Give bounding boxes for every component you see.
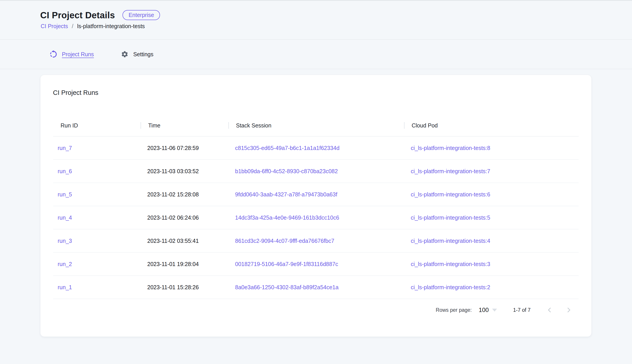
column-header-time: Time: [141, 122, 228, 129]
table-row: run_2 2023-11-01 19:28:04 00182719-5106-…: [53, 253, 579, 276]
run-id-link[interactable]: run_2: [53, 261, 141, 267]
run-time-value: 2023-11-06 07:28:59: [141, 145, 228, 151]
breadcrumb-link-ci-projects[interactable]: CI Projects: [41, 23, 68, 30]
card-title: CI Project Runs: [53, 89, 591, 96]
table-header-row: Run ID Time Stack Session Cloud Pod: [53, 115, 579, 136]
enterprise-badge: Enterprise: [122, 10, 160, 20]
chevron-left-icon: [546, 307, 553, 313]
run-time-value: 2023-11-02 06:24:06: [141, 214, 228, 221]
gear-icon: [121, 50, 128, 58]
rows-per-page-label: Rows per page:: [436, 307, 472, 313]
column-header-run-id: Run ID: [53, 122, 141, 129]
breadcrumb-current-page: ls-platform-integration-tests: [77, 23, 145, 30]
run-id-link[interactable]: run_7: [53, 145, 141, 151]
ci-project-runs-card: CI Project Runs Run ID Time Stack Sessio…: [40, 75, 591, 337]
table-row: run_1 2023-11-01 15:28:26 8a0e3a66-1250-…: [53, 276, 579, 299]
run-id-link[interactable]: run_5: [53, 191, 141, 198]
page-title: CI Project Details: [40, 10, 115, 20]
runs-table: Run ID Time Stack Session Cloud Pod run_…: [53, 115, 579, 299]
cloud-pod-link[interactable]: ci_ls-platform-integration-tests:5: [404, 214, 579, 221]
cloud-pod-link[interactable]: ci_ls-platform-integration-tests:3: [404, 261, 579, 267]
stack-session-link[interactable]: 14dc3f3a-425a-4e0e-9469-161b3dcc10c6: [228, 214, 404, 221]
column-header-stack-session: Stack Session: [228, 122, 404, 129]
run-time-value: 2023-11-03 03:03:52: [141, 168, 228, 174]
rows-per-page-select[interactable]: 100: [479, 307, 497, 314]
cloud-pod-link[interactable]: ci_ls-platform-integration-tests:6: [404, 191, 579, 198]
table-row: run_4 2023-11-02 06:24:06 14dc3f3a-425a-…: [53, 206, 579, 230]
history-icon: [50, 50, 57, 58]
pagination-range-label: 1-7 of 7: [513, 307, 531, 313]
tab-project-runs-label: Project Runs: [62, 51, 94, 58]
run-id-link[interactable]: run_6: [53, 168, 141, 174]
tab-settings[interactable]: Settings: [121, 50, 153, 58]
stack-session-link[interactable]: 00182719-5106-46a7-9e9f-1f83116d887c: [228, 261, 404, 267]
column-header-cloud-pod: Cloud Pod: [404, 122, 579, 129]
breadcrumb-separator: /: [72, 23, 73, 30]
stack-session-link[interactable]: 861cd3c2-9094-4c07-9fff-eda76676fbc7: [228, 238, 404, 244]
tab-bar: Project Runs Settings: [0, 40, 632, 69]
stack-session-link[interactable]: 8a0e3a66-1250-4302-83af-b89f2a54ce1a: [228, 284, 404, 290]
tab-settings-label: Settings: [133, 51, 153, 58]
table-row: run_5 2023-11-02 15:28:08 9fdd0640-3aab-…: [53, 183, 579, 206]
cloud-pod-link[interactable]: ci_ls-platform-integration-tests:4: [404, 238, 579, 244]
run-time-value: 2023-11-01 19:28:04: [141, 261, 228, 267]
stack-session-link[interactable]: 9fdd0640-3aab-4327-a78f-a79473b0a63f: [228, 191, 404, 198]
table-row: run_7 2023-11-06 07:28:59 c815c305-ed65-…: [53, 136, 579, 160]
run-id-link[interactable]: run_3: [53, 238, 141, 244]
run-time-value: 2023-11-01 15:28:26: [141, 284, 228, 290]
run-id-link[interactable]: run_1: [53, 284, 141, 290]
cloud-pod-link[interactable]: ci_ls-platform-integration-tests:7: [404, 168, 579, 174]
breadcrumb: CI Projects / ls-platform-integration-te…: [41, 23, 632, 30]
table-body: run_7 2023-11-06 07:28:59 c815c305-ed65-…: [53, 136, 579, 299]
content-area: CI Project Runs Run ID Time Stack Sessio…: [0, 69, 632, 337]
caret-down-icon: [492, 309, 497, 312]
run-id-link[interactable]: run_4: [53, 214, 141, 221]
page: CI Project Details Enterprise CI Project…: [0, 0, 632, 364]
stack-session-link[interactable]: c815c305-ed65-49a7-b6c1-1a1a1f62334d: [228, 145, 404, 151]
pagination-bar: Rows per page: 100 1-7 of 7: [41, 304, 591, 316]
page-header: CI Project Details Enterprise CI Project…: [0, 1, 632, 40]
run-time-value: 2023-11-02 03:55:41: [141, 238, 228, 244]
table-row: run_3 2023-11-02 03:55:41 861cd3c2-9094-…: [53, 230, 579, 253]
previous-page-button[interactable]: [546, 307, 553, 313]
rows-per-page-value: 100: [479, 307, 489, 314]
cloud-pod-link[interactable]: ci_ls-platform-integration-tests:8: [404, 145, 579, 151]
cloud-pod-link[interactable]: ci_ls-platform-integration-tests:2: [404, 284, 579, 290]
run-time-value: 2023-11-02 15:28:08: [141, 191, 228, 198]
tab-project-runs[interactable]: Project Runs: [50, 50, 94, 58]
chevron-right-icon: [565, 307, 572, 313]
table-row: run_6 2023-11-03 03:03:52 b1bb09da-6ff0-…: [53, 160, 579, 183]
next-page-button[interactable]: [565, 307, 572, 313]
stack-session-link[interactable]: b1bb09da-6ff0-4c52-8930-c870ba23c082: [228, 168, 404, 174]
title-row: CI Project Details Enterprise: [40, 10, 632, 20]
